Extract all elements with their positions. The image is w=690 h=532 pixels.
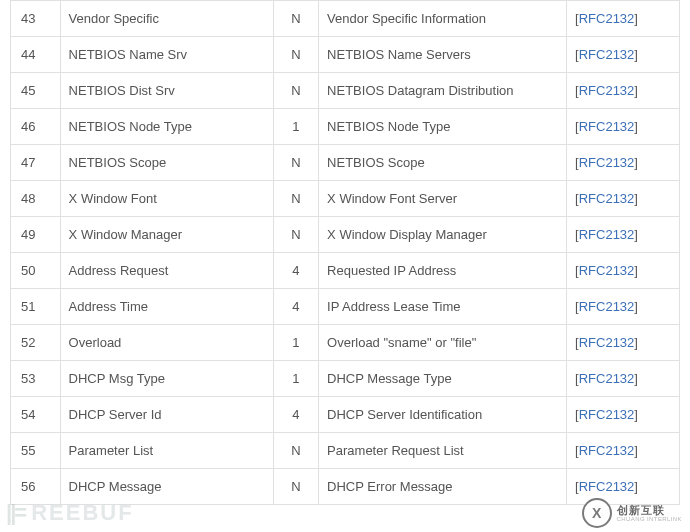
option-name: DHCP Msg Type <box>60 361 273 397</box>
option-length: N <box>273 469 318 505</box>
option-reference: [RFC2132] <box>567 289 680 325</box>
option-name: Parameter List <box>60 433 273 469</box>
option-length: 1 <box>273 109 318 145</box>
option-code: 54 <box>11 397 61 433</box>
option-name: NETBIOS Name Srv <box>60 37 273 73</box>
rfc-link[interactable]: RFC2132 <box>579 335 635 350</box>
option-code: 44 <box>11 37 61 73</box>
option-code: 48 <box>11 181 61 217</box>
rfc-link[interactable]: RFC2132 <box>579 227 635 242</box>
rfc-link[interactable]: RFC2132 <box>579 371 635 386</box>
option-meaning: DHCP Message Type <box>319 361 567 397</box>
table-row: 55Parameter ListNParameter Request List[… <box>11 433 680 469</box>
option-code: 47 <box>11 145 61 181</box>
rfc-link[interactable]: RFC2132 <box>579 155 635 170</box>
table-row: 56DHCP MessageNDHCP Error Message[RFC213… <box>11 469 680 505</box>
option-code: 45 <box>11 73 61 109</box>
option-name: Address Time <box>60 289 273 325</box>
table-row: 54DHCP Server Id4DHCP Server Identificat… <box>11 397 680 433</box>
option-reference: [RFC2132] <box>567 181 680 217</box>
option-meaning: X Window Font Server <box>319 181 567 217</box>
table-row: 46NETBIOS Node Type1NETBIOS Node Type[RF… <box>11 109 680 145</box>
option-code: 53 <box>11 361 61 397</box>
option-reference: [RFC2132] <box>567 253 680 289</box>
option-reference: [RFC2132] <box>567 433 680 469</box>
option-length: N <box>273 145 318 181</box>
option-length: N <box>273 73 318 109</box>
table-row: 45NETBIOS Dist SrvNNETBIOS Datagram Dist… <box>11 73 680 109</box>
rfc-link[interactable]: RFC2132 <box>579 407 635 422</box>
rfc-link[interactable]: RFC2132 <box>579 263 635 278</box>
option-name: DHCP Server Id <box>60 397 273 433</box>
option-length: 1 <box>273 361 318 397</box>
option-name: Address Request <box>60 253 273 289</box>
option-meaning: X Window Display Manager <box>319 217 567 253</box>
table-row: 48X Window FontNX Window Font Server[RFC… <box>11 181 680 217</box>
option-reference: [RFC2132] <box>567 217 680 253</box>
option-meaning: NETBIOS Scope <box>319 145 567 181</box>
option-meaning: Parameter Request List <box>319 433 567 469</box>
rfc-link[interactable]: RFC2132 <box>579 11 635 26</box>
table-row: 43Vendor SpecificNVendor Specific Inform… <box>11 1 680 37</box>
option-length: 4 <box>273 253 318 289</box>
option-meaning: DHCP Server Identification <box>319 397 567 433</box>
table-row: 44NETBIOS Name SrvNNETBIOS Name Servers[… <box>11 37 680 73</box>
table-row: 51Address Time4IP Address Lease Time[RFC… <box>11 289 680 325</box>
rfc-link[interactable]: RFC2132 <box>579 299 635 314</box>
option-code: 49 <box>11 217 61 253</box>
option-code: 51 <box>11 289 61 325</box>
option-code: 52 <box>11 325 61 361</box>
option-length: N <box>273 217 318 253</box>
option-meaning: NETBIOS Datagram Distribution <box>319 73 567 109</box>
option-meaning: NETBIOS Name Servers <box>319 37 567 73</box>
option-name: Overload <box>60 325 273 361</box>
option-code: 50 <box>11 253 61 289</box>
option-length: 1 <box>273 325 318 361</box>
option-name: X Window Manager <box>60 217 273 253</box>
option-meaning: Vendor Specific Information <box>319 1 567 37</box>
option-length: N <box>273 181 318 217</box>
table-row: 53DHCP Msg Type1DHCP Message Type[RFC213… <box>11 361 680 397</box>
option-reference: [RFC2132] <box>567 1 680 37</box>
rfc-link[interactable]: RFC2132 <box>579 47 635 62</box>
rfc-link[interactable]: RFC2132 <box>579 443 635 458</box>
option-name: NETBIOS Node Type <box>60 109 273 145</box>
table-row: 47NETBIOS ScopeNNETBIOS Scope[RFC2132] <box>11 145 680 181</box>
option-name: DHCP Message <box>60 469 273 505</box>
logo-text-en: CHUANG INTERLINK <box>617 516 682 522</box>
table-row: 49X Window ManagerNX Window Display Mana… <box>11 217 680 253</box>
rfc-link[interactable]: RFC2132 <box>579 119 635 134</box>
option-reference: [RFC2132] <box>567 109 680 145</box>
option-name: X Window Font <box>60 181 273 217</box>
option-code: 46 <box>11 109 61 145</box>
option-name: Vendor Specific <box>60 1 273 37</box>
option-reference: [RFC2132] <box>567 325 680 361</box>
option-code: 43 <box>11 1 61 37</box>
option-length: 4 <box>273 397 318 433</box>
option-reference: [RFC2132] <box>567 361 680 397</box>
option-meaning: DHCP Error Message <box>319 469 567 505</box>
dhcp-options-table: 43Vendor SpecificNVendor Specific Inform… <box>10 0 680 505</box>
table-row: 52Overload1Overload "sname" or "file"[RF… <box>11 325 680 361</box>
rfc-link[interactable]: RFC2132 <box>579 191 635 206</box>
option-length: N <box>273 37 318 73</box>
rfc-link[interactable]: RFC2132 <box>579 479 635 494</box>
table-row: 50Address Request4Requested IP Address[R… <box>11 253 680 289</box>
option-reference: [RFC2132] <box>567 469 680 505</box>
option-meaning: NETBIOS Node Type <box>319 109 567 145</box>
option-code: 55 <box>11 433 61 469</box>
logo-text-zh: 创新互联 <box>617 505 682 516</box>
option-reference: [RFC2132] <box>567 145 680 181</box>
option-name: NETBIOS Dist Srv <box>60 73 273 109</box>
option-name: NETBIOS Scope <box>60 145 273 181</box>
option-meaning: IP Address Lease Time <box>319 289 567 325</box>
option-reference: [RFC2132] <box>567 37 680 73</box>
option-length: N <box>273 433 318 469</box>
option-length: N <box>273 1 318 37</box>
option-length: 4 <box>273 289 318 325</box>
option-reference: [RFC2132] <box>567 397 680 433</box>
option-meaning: Requested IP Address <box>319 253 567 289</box>
rfc-link[interactable]: RFC2132 <box>579 83 635 98</box>
option-code: 56 <box>11 469 61 505</box>
option-reference: [RFC2132] <box>567 73 680 109</box>
